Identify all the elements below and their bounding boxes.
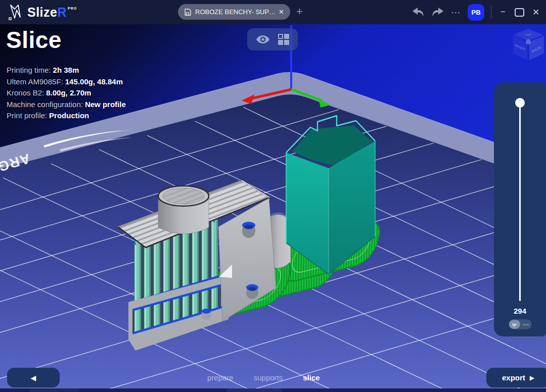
tab-slice[interactable]: slice <box>303 373 320 382</box>
workflow-tabs: prepare supports slice <box>207 368 320 387</box>
user-avatar[interactable]: PB <box>468 4 484 21</box>
stat-value: 2h 38m <box>53 66 79 74</box>
bottom-edge-strip <box>0 388 546 392</box>
redo-icon[interactable] <box>431 6 444 18</box>
undo-icon[interactable] <box>412 6 425 18</box>
export-label: export <box>502 373 525 382</box>
layer-slider-panel: 294 lyr mm <box>494 82 546 336</box>
overflow-menu-button[interactable]: ⋯ <box>451 7 461 18</box>
stat-material-2: Kronos B2:8.00g, 2.70m <box>7 87 126 99</box>
new-tab-button[interactable]: + <box>296 5 303 19</box>
save-icon <box>184 9 191 16</box>
stat-material-1: Ultem AM9085F:145.00g, 48.84m <box>7 76 126 88</box>
layer-unit-toggle[interactable]: lyr mm <box>509 319 532 329</box>
stat-value: 145.00g, 48.84m <box>65 77 123 86</box>
back-arrow-icon: ◀ <box>31 374 36 382</box>
tab-prepare[interactable]: prepare <box>207 373 234 382</box>
visibility-eye-icon[interactable] <box>256 34 270 44</box>
unit-lyr-option[interactable]: lyr <box>509 320 520 329</box>
brand-pro-badge: PRO <box>68 7 77 10</box>
tab-close-icon[interactable]: ✕ <box>279 8 284 16</box>
stat-label: Kronos B2: <box>7 88 44 97</box>
stat-machine-config: Machine configuration:New profile <box>7 99 126 111</box>
stat-value: Production <box>49 111 89 120</box>
layer-value: 294 <box>494 307 546 315</box>
view-controls <box>247 28 298 51</box>
viewport-3d[interactable]: ARGO <box>0 0 546 392</box>
layer-slider-track[interactable] <box>519 104 521 301</box>
stat-label: Ultem AM9085F: <box>7 77 63 86</box>
back-button[interactable]: ◀ <box>7 368 60 387</box>
layout-grid-icon[interactable] <box>278 34 289 45</box>
strip-hump <box>29 388 80 392</box>
stat-label: Print profile: <box>7 111 47 120</box>
stat-print-profile: Print profile:Production <box>7 110 126 122</box>
stat-label: Machine configuration: <box>7 100 83 109</box>
app-brand: SlizeR PRO <box>7 0 77 24</box>
titlebar: SlizeR PRO ROBOZE BENCHY- SUP… ✕ + ⋯ PB … <box>0 0 546 24</box>
stat-label: Printing time: <box>7 66 51 74</box>
page-title: Slice <box>6 26 62 54</box>
maximize-button[interactable] <box>515 8 524 17</box>
unit-mm-option[interactable]: mm <box>523 319 529 329</box>
minimize-button[interactable]: − <box>498 7 508 17</box>
export-arrow-icon: ▶ <box>530 374 534 381</box>
layer-slider-handle[interactable] <box>515 98 525 108</box>
app-window: ARGO <box>0 0 546 392</box>
stat-value: 8.00g, 2.70m <box>46 88 91 97</box>
brand-accent-text: R <box>57 5 67 20</box>
stat-value: New profile <box>85 100 126 109</box>
app-name: SlizeR PRO <box>27 5 77 20</box>
titlebar-divider <box>491 6 491 19</box>
document-tab[interactable]: ROBOZE BENCHY- SUP… ✕ <box>178 4 290 20</box>
export-button[interactable]: export ▶ <box>486 368 546 387</box>
app-logo-icon <box>7 3 22 21</box>
print-stats: Printing time:2h 38m Ultem AM9085F:145.0… <box>7 65 126 122</box>
close-button[interactable]: ✕ <box>531 7 541 18</box>
tab-title: ROBOZE BENCHY- SUP… <box>195 8 275 16</box>
brand-text: Slize <box>27 5 57 20</box>
tab-supports[interactable]: supports <box>254 373 283 382</box>
stat-printing-time: Printing time:2h 38m <box>7 65 126 76</box>
strip-hump <box>226 388 282 392</box>
